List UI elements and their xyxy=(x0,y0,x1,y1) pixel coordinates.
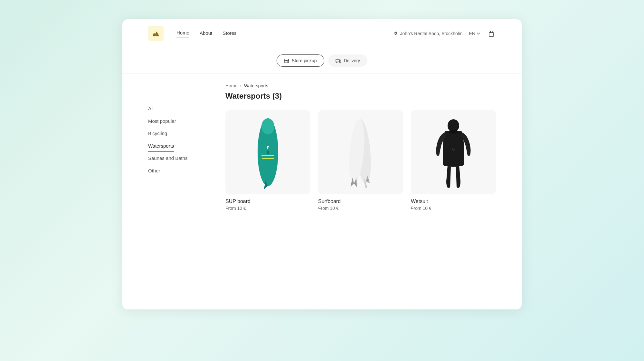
svg-rect-4 xyxy=(336,59,339,62)
sidebar-item-watersports[interactable]: Watersports xyxy=(148,140,174,152)
nav-home[interactable]: Home xyxy=(176,30,189,37)
svg-point-6 xyxy=(339,62,340,63)
header: Home About Stores John's Rental Shop, St… xyxy=(122,19,522,48)
nav-about[interactable]: About xyxy=(200,30,212,37)
svg-rect-1 xyxy=(489,33,494,36)
store-location[interactable]: John's Rental Shop, Stockholm xyxy=(393,31,462,36)
sidebar-item-saunas-baths[interactable]: Saunas and Baths xyxy=(148,152,213,165)
product-image-wetsuit: Q xyxy=(411,110,496,194)
product-card-wetsuit[interactable]: Q Wetsuit From 10 € xyxy=(411,110,496,211)
product-card-surfboard[interactable]: Surfboard From 10 € xyxy=(318,110,403,211)
svg-rect-3 xyxy=(286,61,287,63)
product-grid: F SUP board From 10 € xyxy=(225,110,496,211)
product-price-wetsuit: From 10 € xyxy=(411,206,496,211)
sidebar-item-most-popular[interactable]: Most popular xyxy=(148,115,213,128)
breadcrumb: Home › Watersports xyxy=(225,83,496,88)
logo[interactable] xyxy=(148,26,164,41)
store-pickup-button[interactable]: Store pickup xyxy=(277,54,324,67)
fulfillment-bar: Store pickup Delivery xyxy=(122,48,522,73)
svg-point-5 xyxy=(336,62,337,63)
product-name-wetsuit: Wetsuit xyxy=(411,199,496,204)
content-area: Home › Watersports Watersports (3) xyxy=(225,83,496,211)
delivery-button[interactable]: Delivery xyxy=(328,54,368,67)
shopping-bag-icon xyxy=(488,30,495,37)
truck-icon xyxy=(336,58,341,63)
product-price-sup-board: From 10 € xyxy=(225,206,310,211)
page-title: Watersports (3) xyxy=(225,92,496,101)
product-image-surfboard xyxy=(318,110,403,194)
product-image-sup-board: F xyxy=(225,110,310,194)
breadcrumb-separator: › xyxy=(240,83,242,88)
svg-text:Q: Q xyxy=(452,147,455,151)
breadcrumb-home[interactable]: Home xyxy=(225,83,237,88)
main-nav: Home About Stores xyxy=(176,30,237,37)
header-right: John's Rental Shop, Stockholm EN xyxy=(393,29,496,38)
product-name-surfboard: Surfboard xyxy=(318,199,403,204)
svg-text:F: F xyxy=(267,146,269,150)
chevron-down-icon xyxy=(477,32,480,35)
language-selector[interactable]: EN xyxy=(469,31,480,36)
top-info: Home › Watersports Watersports (3) xyxy=(225,83,496,101)
product-card-sup-board[interactable]: F SUP board From 10 € xyxy=(225,110,310,211)
store-icon xyxy=(284,58,289,63)
svg-point-15 xyxy=(449,130,458,134)
cart-button[interactable] xyxy=(487,29,496,38)
page-container: Home About Stores John's Rental Shop, St… xyxy=(122,19,522,309)
sidebar-item-bicycling[interactable]: Bicycling xyxy=(148,127,213,140)
nav-stores[interactable]: Stores xyxy=(223,30,236,37)
sidebar-item-all[interactable]: All xyxy=(148,102,213,115)
header-left: Home About Stores xyxy=(148,26,237,41)
svg-rect-2 xyxy=(285,60,289,63)
breadcrumb-current: Watersports xyxy=(244,83,268,88)
sidebar-item-other[interactable]: Other xyxy=(148,165,213,177)
main-content: All Most popular Bicycling Watersports S… xyxy=(122,73,522,230)
location-pin-icon xyxy=(393,31,398,36)
sidebar: All Most popular Bicycling Watersports S… xyxy=(148,83,213,211)
product-price-surfboard: From 10 € xyxy=(318,206,403,211)
svg-point-8 xyxy=(261,118,274,134)
product-name-sup-board: SUP board xyxy=(225,199,310,204)
svg-rect-10 xyxy=(267,151,269,154)
